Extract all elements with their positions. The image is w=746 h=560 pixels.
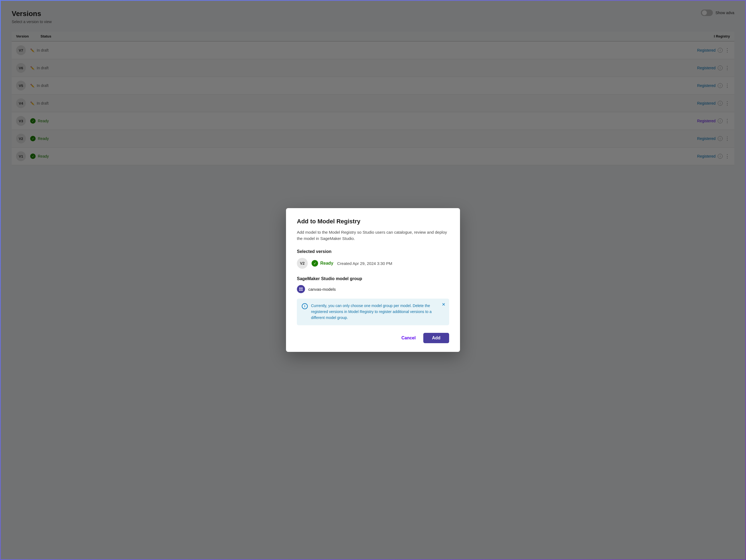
dot3 bbox=[299, 289, 301, 291]
selected-version-badge: V2 bbox=[297, 258, 308, 269]
dot4 bbox=[301, 289, 303, 291]
model-group-section: SageMaker Studio model group canvas-mode… bbox=[297, 276, 449, 293]
model-group-title: SageMaker Studio model group bbox=[297, 276, 449, 281]
cancel-button[interactable]: Cancel bbox=[398, 333, 419, 343]
modal-title: Add to Model Registry bbox=[297, 218, 449, 225]
model-group-name: canvas-models bbox=[308, 287, 336, 292]
add-to-registry-modal: Add to Model Registry Add model to the M… bbox=[286, 208, 460, 352]
selected-version-section-title: Selected version bbox=[297, 249, 449, 254]
info-box: i Currently, you can only choose one mod… bbox=[297, 299, 449, 325]
modal-description: Add model to the Model Registry so Studi… bbox=[297, 229, 449, 241]
page-wrapper: Show adva Versions Select a version to v… bbox=[0, 0, 746, 560]
modal-footer: Cancel Add bbox=[297, 333, 449, 343]
ready-status: ✓ Ready bbox=[312, 260, 333, 267]
ready-label: Ready bbox=[320, 261, 333, 266]
info-message: Currently, you can only choose one model… bbox=[311, 303, 444, 321]
modal-overlay[interactable]: Add to Model Registry Add model to the M… bbox=[1, 1, 745, 559]
ready-check-icon: ✓ bbox=[312, 260, 318, 267]
group-icon bbox=[297, 285, 305, 293]
info-close-button[interactable]: ✕ bbox=[442, 302, 445, 307]
info-icon: i bbox=[302, 303, 308, 309]
created-date: Created Apr 29, 2024 3:30 PM bbox=[337, 261, 392, 266]
model-group-row: canvas-models bbox=[297, 285, 449, 293]
group-icon-dots bbox=[299, 288, 303, 291]
add-button[interactable]: Add bbox=[423, 333, 449, 343]
selected-version-row: V2 ✓ Ready Created Apr 29, 2024 3:30 PM bbox=[297, 258, 449, 269]
dot2 bbox=[301, 288, 303, 289]
dot1 bbox=[299, 288, 301, 289]
